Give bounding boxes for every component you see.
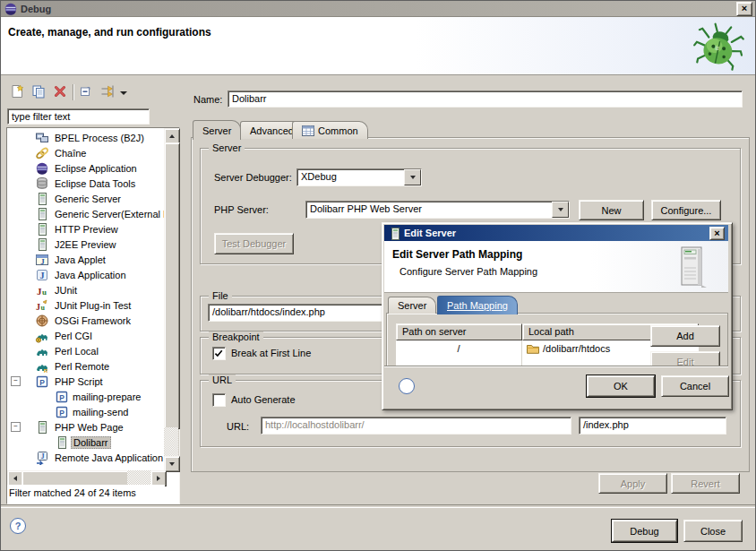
filter-launch-icon[interactable] bbox=[99, 84, 116, 100]
apply-button[interactable]: Apply bbox=[598, 473, 667, 494]
collapse-node-icon[interactable]: − bbox=[11, 376, 21, 386]
server-icon bbox=[35, 222, 49, 237]
name-label: Name: bbox=[193, 94, 222, 105]
breakpoint-group-label: Breakpoint bbox=[209, 331, 263, 342]
tree-item[interactable]: −PHP Web Page bbox=[7, 419, 164, 435]
chevron-down-icon[interactable] bbox=[404, 169, 421, 185]
tree-item[interactable]: −PPHP Script bbox=[7, 374, 164, 389]
help-icon[interactable]: ? bbox=[10, 518, 26, 534]
path-on-server-cell[interactable]: / bbox=[396, 340, 522, 357]
tree-item[interactable]: Eclipse Data Tools bbox=[7, 176, 164, 191]
server-icon bbox=[35, 192, 49, 206]
tree-item[interactable]: Perl Local bbox=[7, 343, 164, 358]
svg-text:u: u bbox=[42, 287, 47, 296]
cancel-button[interactable]: Cancel bbox=[661, 375, 729, 397]
tab-server[interactable]: Server bbox=[193, 120, 241, 140]
revert-button[interactable]: Revert bbox=[671, 473, 740, 494]
server-icon bbox=[35, 207, 49, 221]
horizontal-scroll-track[interactable] bbox=[127, 470, 150, 485]
tree-item-label: Java Applet bbox=[53, 254, 107, 266]
tree-item[interactable]: JJava Applet bbox=[7, 252, 164, 267]
tree-item[interactable]: Generic Server bbox=[7, 191, 164, 206]
tree-item-label: Dolibarr bbox=[71, 436, 111, 449]
url-label: URL: bbox=[227, 421, 249, 432]
filter-menu-chevron-icon[interactable] bbox=[120, 87, 129, 98]
tree-item[interactable]: Pmailing-send bbox=[7, 404, 164, 419]
edit-server-title-bar: Edit Server × bbox=[384, 225, 728, 241]
new-server-button[interactable]: New bbox=[579, 200, 644, 220]
chevron-down-icon[interactable] bbox=[552, 202, 569, 218]
name-input[interactable]: Dolibarr bbox=[228, 90, 743, 108]
tree-item[interactable]: Generic Server(External La bbox=[7, 206, 164, 221]
filter-input[interactable]: type filter text bbox=[7, 108, 150, 125]
table-icon bbox=[302, 125, 314, 136]
close-edit-server-icon[interactable]: × bbox=[709, 227, 725, 240]
edit-server-title: Edit Server bbox=[404, 228, 456, 238]
tree-item[interactable]: RPerl Remote bbox=[7, 358, 164, 374]
tree-item[interactable]: Perl CGI bbox=[7, 328, 164, 343]
tree-vertical-scrollbar[interactable] bbox=[164, 128, 179, 470]
tree-item[interactable]: OSGi Framework bbox=[7, 313, 164, 328]
tree-item-label: Chaîne bbox=[53, 147, 88, 159]
tree-item-label: Perl Local bbox=[53, 345, 100, 357]
server-debugger-select[interactable]: XDebug bbox=[296, 168, 422, 186]
tree-item[interactable]: JuJUnit bbox=[7, 282, 164, 297]
collapse-node-icon[interactable]: − bbox=[11, 422, 21, 432]
php-server-select[interactable]: Dolibarr PHP Web Server bbox=[305, 201, 570, 219]
tab-common[interactable]: Common bbox=[292, 121, 368, 139]
auto-generate-checkbox[interactable] bbox=[212, 393, 226, 407]
delete-configuration-icon[interactable] bbox=[51, 84, 69, 100]
tree-item-label: Eclipse Data Tools bbox=[53, 177, 137, 190]
tree-item-label: PHP Web Page bbox=[53, 421, 125, 434]
test-debugger-button[interactable]: Test Debugger bbox=[214, 233, 294, 254]
tree-item[interactable]: Chaîne bbox=[7, 145, 164, 160]
new-configuration-icon[interactable] bbox=[8, 84, 26, 100]
column-path-on-server[interactable]: Path on server bbox=[396, 323, 522, 340]
break-first-line-label: Break at First Line bbox=[231, 348, 311, 358]
base-url-input[interactable]: http://localhostdolibarr/ bbox=[261, 417, 571, 435]
title-bar: Debug × bbox=[1, 1, 755, 17]
server-debugger-label: Server Debugger: bbox=[214, 172, 292, 183]
ok-button[interactable]: OK bbox=[587, 375, 655, 397]
window-title: Debug bbox=[21, 4, 51, 14]
tree-item[interactable]: JuJUnit Plug-in Test bbox=[7, 297, 164, 313]
tree-item[interactable]: J2EE Preview bbox=[7, 237, 164, 252]
add-mapping-button[interactable]: Add bbox=[650, 325, 720, 347]
url-path-input[interactable]: /index.php bbox=[579, 417, 726, 435]
dialog-header: Create, manage, and run configurations ⊞ bbox=[1, 17, 755, 75]
eclipse-icon bbox=[35, 161, 49, 176]
edit-tab-server[interactable]: Server bbox=[388, 297, 436, 314]
collapse-all-icon[interactable] bbox=[77, 84, 95, 100]
svg-text:P: P bbox=[39, 377, 45, 386]
tree-horizontal-scrollbar[interactable] bbox=[7, 470, 165, 485]
edit-tab-content: Path on server Local path //dolibarr/htd… bbox=[386, 313, 728, 367]
debug-button[interactable]: Debug bbox=[612, 520, 677, 542]
tree-item[interactable]: JRemote Java Application bbox=[7, 450, 164, 465]
tree-item[interactable]: Pmailing-prepare bbox=[7, 389, 164, 404]
close-window-icon[interactable]: × bbox=[736, 2, 752, 16]
tree-item-label: Remote Java Application bbox=[53, 452, 164, 464]
tree-item[interactable]: Dolibarr bbox=[7, 435, 164, 450]
close-button[interactable]: Close bbox=[683, 520, 743, 542]
tree-item[interactable]: HTTP Preview bbox=[7, 221, 164, 237]
filter-status: Filter matched 24 of 24 items bbox=[7, 485, 165, 502]
vertical-scroll-thumb[interactable] bbox=[164, 142, 180, 429]
vertical-scroll-track[interactable] bbox=[164, 427, 178, 456]
break-first-line-checkbox[interactable] bbox=[212, 347, 226, 360]
tree-item[interactable]: Eclipse Application bbox=[7, 160, 164, 176]
tree-item[interactable]: BPEL Process (B2J) bbox=[7, 130, 164, 145]
file-group-label: File bbox=[209, 290, 232, 301]
edit-tab-path-mapping[interactable]: Path Mapping bbox=[437, 296, 518, 314]
configure-server-button[interactable]: Configure... bbox=[651, 200, 721, 220]
duplicate-configuration-icon[interactable] bbox=[30, 84, 47, 100]
configurations-tree-panel: BPEL Process (B2J)ChaîneEclipse Applicat… bbox=[6, 127, 180, 504]
osgi-icon bbox=[35, 314, 49, 328]
svg-text:R: R bbox=[44, 368, 48, 374]
tree-item-label: Generic Server(External La bbox=[53, 208, 164, 220]
debug-dialog: Debug × Create, manage, and run configur… bbox=[0, 0, 756, 551]
edit-help-icon[interactable] bbox=[399, 378, 415, 394]
edit-server-header: Edit Server Path Mapping Configure Serve… bbox=[384, 241, 728, 293]
auto-generate-label: Auto Generate bbox=[231, 394, 296, 405]
tree-item[interactable]: JJava Application bbox=[7, 267, 164, 282]
local-path-text: /dolibarr/htdocs bbox=[543, 343, 610, 354]
